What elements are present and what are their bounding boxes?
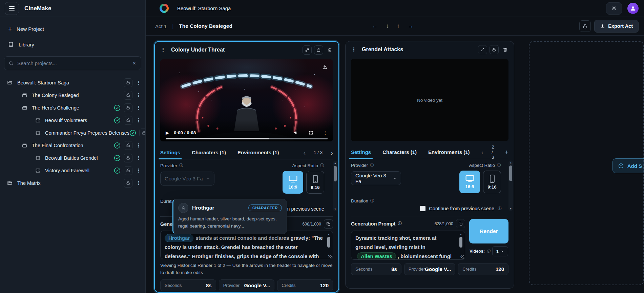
sidebar-item-the-matrix[interactable]: The Matrix ⋮	[0, 177, 145, 189]
add-page-icon[interactable]: +	[505, 149, 508, 156]
delete-scene-button[interactable]	[326, 45, 334, 55]
video-menu-icon[interactable]: ⋮	[323, 130, 328, 135]
generation-prompt-textarea[interactable]: Hrothgarstands at central console and de…	[160, 231, 333, 259]
user-avatar[interactable]	[627, 3, 639, 14]
unlock-icon[interactable]	[124, 103, 132, 112]
kebab-menu-icon[interactable]: ⋮	[136, 168, 142, 173]
aspect-9-16-button[interactable]: 9:16	[483, 171, 501, 193]
hamburger-menu-button[interactable]	[5, 2, 19, 15]
kebab-menu-icon[interactable]: ⋮	[136, 180, 142, 185]
search-input[interactable]	[17, 60, 128, 66]
aspect-16-9-button[interactable]: 16:9	[283, 171, 303, 194]
lock-scene-button[interactable]	[314, 45, 323, 55]
tab-settings[interactable]: Settings	[351, 145, 371, 159]
clear-search-icon[interactable]: ✕	[132, 60, 137, 66]
settings-scrollbar[interactable]: ▲ ▼	[508, 160, 513, 211]
nav-right-icon[interactable]: →	[408, 23, 414, 30]
info-icon[interactable]: ⓘ	[320, 163, 324, 169]
character-chip[interactable]: Hrothgar	[165, 234, 193, 242]
expand-scene-button[interactable]	[478, 45, 487, 54]
prompt-scrollbar[interactable]: ▲ ▼	[458, 232, 463, 258]
scroll-up-icon[interactable]: ▲	[334, 162, 336, 164]
sidebar-item-beowulf-starborn-saga[interactable]: Beowulf: Starborn Saga ⋮	[0, 76, 145, 89]
search-box[interactable]: ✕	[4, 56, 141, 70]
info-icon[interactable]: ⓘ	[487, 249, 490, 254]
drag-handle-icon[interactable]: ⋮	[160, 47, 167, 53]
kebab-menu-icon[interactable]: ⋮	[136, 80, 142, 85]
page-prev-icon[interactable]: ‹	[481, 149, 484, 156]
sidebar-item-victory-and-farewell[interactable]: Victory and Farewell ⋮	[0, 164, 145, 177]
add-scene-button[interactable]: Add S	[612, 158, 644, 173]
unlock-icon[interactable]	[124, 179, 132, 188]
unlock-icon[interactable]	[124, 78, 132, 87]
scroll-down-icon[interactable]: ▼	[510, 208, 512, 210]
info-icon[interactable]: ⓘ	[179, 163, 183, 169]
aspect-16-9-button[interactable]: 16:9	[459, 171, 480, 193]
prompt-scrollbar[interactable]: ▲ ▼	[326, 232, 331, 257]
scrollbar-thumb[interactable]	[459, 237, 462, 248]
sidebar-item-the-heros-challenge[interactable]: The Hero's Challenge ⋮	[0, 101, 145, 114]
settings-scrollbar[interactable]: ▲ ▼	[333, 161, 337, 211]
tab-characters[interactable]: Characters (1)	[192, 146, 226, 159]
tab-characters[interactable]: Characters (1)	[382, 145, 417, 159]
video-download-icon[interactable]	[322, 64, 328, 70]
scroll-up-icon[interactable]: ▲	[328, 233, 330, 235]
continue-checkbox[interactable]	[420, 206, 425, 211]
nav-down-icon[interactable]: ↓	[386, 23, 389, 30]
render-button[interactable]: Render	[469, 219, 508, 243]
fullscreen-icon[interactable]	[308, 130, 313, 135]
environment-chip[interactable]: Alien Wastes	[357, 252, 396, 260]
unlock-icon[interactable]	[124, 154, 132, 162]
info-icon[interactable]: ⓘ	[370, 198, 374, 204]
sidebar-item-the-colony-besieged[interactable]: The Colony Besieged ⋮	[0, 89, 145, 101]
tab-environments[interactable]: Environments (1)	[237, 146, 279, 159]
resize-handle[interactable]	[329, 255, 332, 258]
videos-count-select[interactable]: 1	[492, 246, 508, 256]
delete-scene-button[interactable]	[501, 45, 509, 54]
copy-prompt-button[interactable]	[324, 219, 333, 229]
export-act-button[interactable]: Export Act	[594, 20, 639, 33]
nav-left-icon[interactable]: ←	[372, 23, 378, 30]
scroll-up-icon[interactable]: ▲	[460, 233, 462, 235]
scrollbar-thumb[interactable]	[327, 237, 330, 248]
aspect-9-16-button[interactable]: 9:16	[306, 171, 324, 194]
scene-card-colony-under-threat[interactable]: ⋮ Colony Under Threat	[154, 41, 339, 293]
drag-handle-icon[interactable]: ⋮	[350, 46, 357, 53]
theme-toggle-button[interactable]	[606, 2, 622, 15]
kebab-menu-icon[interactable]: ⋮	[136, 93, 142, 98]
scroll-up-icon[interactable]: ▲	[510, 161, 512, 164]
scrollbar-thumb[interactable]	[334, 166, 337, 181]
info-icon[interactable]: ⓘ	[398, 221, 402, 227]
video-progress-bar[interactable]	[166, 138, 328, 139]
act-lock-button[interactable]	[579, 20, 591, 32]
kebab-menu-icon[interactable]: ⋮	[136, 118, 142, 123]
volume-icon[interactable]	[293, 130, 299, 135]
library-button[interactable]: Library	[1, 37, 144, 52]
unlock-icon[interactable]	[124, 141, 132, 150]
kebab-menu-icon[interactable]: ⋮	[136, 105, 142, 110]
page-prev-icon[interactable]: ‹	[303, 149, 306, 156]
kebab-menu-icon[interactable]: ⋮	[136, 143, 142, 148]
kebab-menu-icon[interactable]: ⋮	[136, 155, 142, 160]
video-player[interactable]: ▶ 0:00 / 0:08 ⋮	[160, 59, 333, 141]
provider-select[interactable]: Google Veo 3 Fa	[160, 172, 214, 185]
sidebar-item-beowulf-volunteers[interactable]: Beowulf Volunteers ⋮	[0, 114, 145, 126]
scroll-down-icon[interactable]: ▼	[334, 208, 336, 210]
tab-settings[interactable]: Settings	[160, 146, 180, 159]
resize-handle[interactable]	[461, 255, 464, 259]
info-icon[interactable]: ⓘ	[498, 206, 502, 212]
scrollbar-thumb[interactable]	[509, 165, 512, 181]
sidebar-item-commander-freya-prepares-defenses[interactable]: Commander Freya Prepares Defenses ⋮	[0, 126, 145, 139]
provider-select[interactable]: Google Veo 3 Fa	[351, 171, 401, 185]
unlock-icon[interactable]	[139, 129, 145, 137]
scene-card-grendel-attacks[interactable]: ⋮ Grendel Attacks No video yet	[345, 41, 514, 289]
page-next-icon[interactable]: ›	[331, 149, 333, 156]
unlock-icon[interactable]	[124, 166, 132, 175]
nav-up-icon[interactable]: ↑	[397, 23, 400, 30]
unlock-icon[interactable]	[124, 116, 132, 125]
unlock-icon[interactable]	[124, 91, 132, 100]
generation-prompt-textarea[interactable]: Dynamic tracking shot, camera at ground …	[351, 231, 465, 260]
expand-scene-button[interactable]	[303, 45, 312, 55]
lock-scene-button[interactable]	[490, 45, 499, 54]
play-icon[interactable]: ▶	[166, 130, 169, 135]
